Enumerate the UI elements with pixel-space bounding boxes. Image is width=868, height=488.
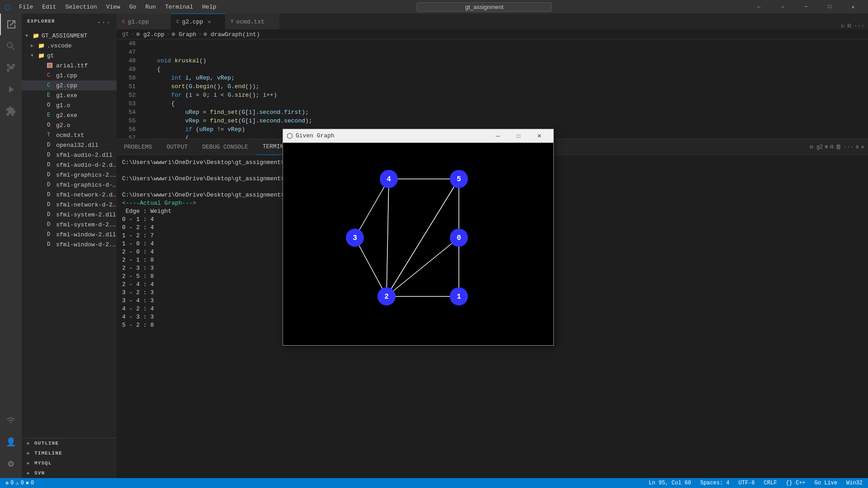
tab-g1cpp[interactable]: C g1.cpp xyxy=(117,14,171,29)
sfml-sys-d-icon: D xyxy=(47,221,54,228)
menu-run[interactable]: Run xyxy=(142,3,159,11)
sidebar-item-arial[interactable]: 🅰 arial.ttf xyxy=(22,61,117,70)
sidebar-item-ocmdtxt[interactable]: T ocmd.txt xyxy=(22,130,117,140)
breadcrumb-graph[interactable]: ⊙ Graph xyxy=(172,31,197,38)
sfml-win-icon: D xyxy=(47,231,54,238)
status-cursor-position[interactable]: Ln 95, Col 60 xyxy=(647,480,693,486)
sidebar-item-g2exe[interactable]: E g2.exe xyxy=(22,110,117,120)
graph-title: ⬡ Given Graph xyxy=(287,131,335,141)
sidebar-item-g1exe[interactable]: E g1.exe xyxy=(22,90,117,100)
status-line-ending[interactable]: CRLF xyxy=(762,480,779,486)
terminal-add-icon[interactable]: ⊕ xyxy=(825,143,828,150)
timeline-section[interactable]: ▶ TIMELINE xyxy=(22,448,117,458)
svn-section[interactable]: ▶ SVN xyxy=(22,468,117,478)
g2o-icon: O xyxy=(47,122,54,128)
tab-debug-console[interactable]: DEBUG CONSOLE xyxy=(195,139,255,155)
menu-edit[interactable]: Edit xyxy=(38,3,60,11)
sidebar-item-sfml-gfx-d[interactable]: D sfml-graphics-d-2.dll xyxy=(22,180,117,190)
search-activity-icon[interactable] xyxy=(0,35,22,57)
status-platform[interactable]: Win32 xyxy=(844,480,864,486)
maximize-button[interactable]: □ xyxy=(819,0,840,14)
sidebar-item-sfml-sys[interactable]: D sfml-system-2.dll xyxy=(22,210,117,220)
menu-help[interactable]: Help xyxy=(198,3,220,11)
run-activity-icon[interactable] xyxy=(0,79,22,100)
sidebar-item-gt[interactable]: ▼ 📁 gt xyxy=(22,51,117,61)
code-line-48: void kruskal() xyxy=(143,56,841,65)
status-language[interactable]: {} C++ xyxy=(784,480,807,486)
extensions-activity-icon[interactable] xyxy=(0,100,22,122)
cursor-position-label: Ln 95, Col 60 xyxy=(649,480,691,486)
sidebar-item-sfml-audio[interactable]: D sfml-audio-2.dll xyxy=(22,150,117,160)
terminal-trash-icon[interactable]: 🗑 xyxy=(835,144,841,150)
sidebar-item-vscode[interactable]: ▶ 📁 .vscode xyxy=(22,41,117,51)
sidebar-item-sfml-net[interactable]: D sfml-network-2.dll xyxy=(22,190,117,200)
sidebar-item-sfml-audio-d[interactable]: D sfml-audio-d-2.dll xyxy=(22,160,117,170)
sidebar-more-button[interactable]: ... xyxy=(97,17,111,25)
tab-g2cpp-close-button[interactable]: ✕ xyxy=(208,19,211,25)
sidebar-item-sfml-gfx[interactable]: D sfml-graphics-2.dll xyxy=(22,170,117,180)
breadcrumb-gt[interactable]: gt xyxy=(122,31,129,38)
edge-5-2 xyxy=(387,179,459,296)
menu-selection[interactable]: Selection xyxy=(61,3,100,11)
minimize-button[interactable]: ─ xyxy=(796,0,816,14)
tab-output[interactable]: OUTPUT xyxy=(159,139,195,155)
outline-section[interactable]: ▶ OUTLINE xyxy=(22,438,117,448)
sidebar-item-g2o[interactable]: O g2.o xyxy=(22,120,117,130)
breadcrumb-g2cpp[interactable]: ⊙ g2.cpp xyxy=(136,31,164,38)
terminal-collapse-icon[interactable]: ∧ xyxy=(855,143,859,150)
mysql-section[interactable]: ▶ MYSQL xyxy=(22,458,117,468)
sidebar-root[interactable]: ▼ 📁 GT_ASSIGNMENT xyxy=(22,31,117,41)
nav-back-button[interactable]: ← xyxy=(749,0,769,14)
gt-label: gt xyxy=(47,52,54,59)
menu-terminal[interactable]: Terminal xyxy=(161,3,197,11)
menu-view[interactable]: View xyxy=(103,3,124,11)
sidebar-item-sfml-sys-d[interactable]: D sfml-system-d-2.dll xyxy=(22,220,117,230)
tab-bar: C g1.cpp C g2.cpp ✕ T ocmd.txt ▷ ⊟ ··· xyxy=(117,14,868,29)
sidebar-item-g1cpp[interactable]: C g1.cpp xyxy=(22,70,117,80)
menu-file[interactable]: File xyxy=(15,3,37,11)
g1exe-icon: E xyxy=(47,92,54,99)
line-num-49: 49 xyxy=(117,65,136,74)
tab-problems[interactable]: PROBLEMS xyxy=(117,139,159,155)
status-go-live[interactable]: Go Live xyxy=(813,480,839,486)
tab-g2cpp[interactable]: C g2.cpp ✕ xyxy=(171,14,225,29)
graph-window[interactable]: ⬡ Given Graph ─ □ ✕ xyxy=(283,129,554,346)
error-icon: ⊗ xyxy=(5,480,9,487)
graph-canvas: 4 5 3 0 2 1 xyxy=(283,143,553,345)
run-split-icon[interactable]: ▷ xyxy=(841,22,845,29)
status-errors[interactable]: ⊗ 0 ⚠ 0 ✖ 0 xyxy=(4,480,36,487)
sidebar-item-g1o[interactable]: O g1.o xyxy=(22,100,117,110)
timeline-label: TIMELINE xyxy=(34,450,62,456)
settings-activity-icon[interactable]: ⚙ xyxy=(0,453,22,474)
status-indentation[interactable]: Spaces: 4 xyxy=(698,480,731,486)
sidebar-item-sfml-net-d[interactable]: D sfml-network-d-2.dll xyxy=(22,200,117,210)
sidebar-item-g2cpp[interactable]: C g2.cpp xyxy=(22,80,117,90)
sidebar-item-sfml-win-d[interactable]: D sfml-window-d-2.dll xyxy=(22,239,117,249)
account-activity-icon[interactable]: 👤 xyxy=(0,431,22,453)
sidebar-item-openal[interactable]: D openal32.dll xyxy=(22,140,117,150)
menu-go[interactable]: Go xyxy=(126,3,140,11)
remote-activity-icon[interactable] xyxy=(0,409,22,431)
sfml-gfx-d-icon: D xyxy=(47,182,54,188)
graph-close-button[interactable]: ✕ xyxy=(529,131,550,141)
breadcrumb-drawgraph[interactable]: ⊙ drawGraph(int) xyxy=(203,31,260,38)
status-encoding[interactable]: UTF-8 xyxy=(737,480,757,486)
terminal-more-icon[interactable]: ··· xyxy=(843,144,854,150)
source-control-activity-icon[interactable] xyxy=(0,57,22,79)
more-actions-icon[interactable]: ··· xyxy=(854,23,864,29)
openal-icon: D xyxy=(47,142,54,148)
graph-maximize-button[interactable]: □ xyxy=(508,131,529,141)
sidebar-item-sfml-win[interactable]: D sfml-window-2.dll xyxy=(22,230,117,239)
error-count: 0 xyxy=(10,480,14,486)
graph-minimize-button[interactable]: ─ xyxy=(487,131,508,141)
code-content[interactable]: void kruskal() { int i, uRep, vRep; sort… xyxy=(139,39,841,139)
close-button[interactable]: ✕ xyxy=(843,0,863,14)
split-editor-icon[interactable]: ⊟ xyxy=(848,22,851,29)
terminal-close-icon[interactable]: ✕ xyxy=(861,143,864,150)
tab-ocmdtxt[interactable]: T ocmd.txt xyxy=(225,14,279,29)
terminal-split-icon[interactable]: ⊟ xyxy=(830,143,834,150)
nav-forward-button[interactable]: → xyxy=(772,0,793,14)
explorer-activity-icon[interactable] xyxy=(0,14,22,35)
search-bar[interactable] xyxy=(416,2,552,12)
breadcrumb: gt › ⊙ g2.cpp › ⊙ Graph › ⊙ drawGraph(in… xyxy=(117,29,868,39)
